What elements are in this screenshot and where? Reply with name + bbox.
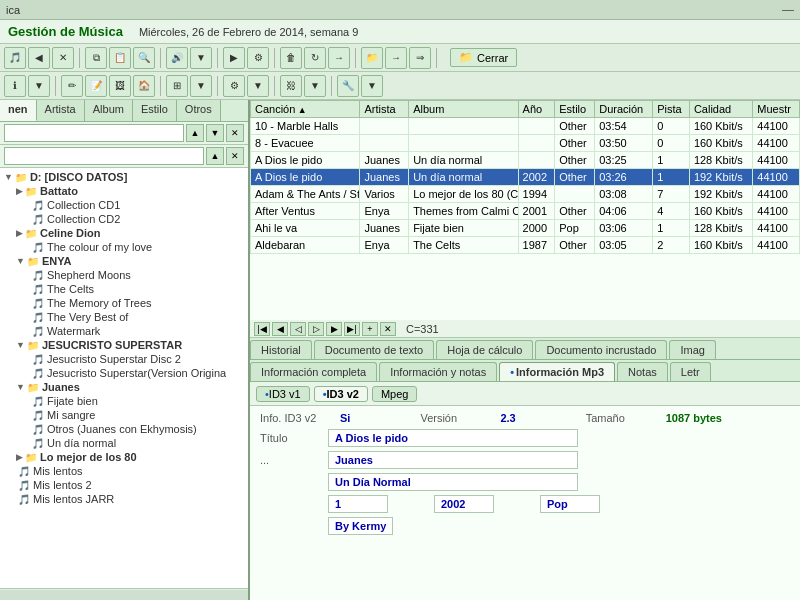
toolbar-btn-cfg[interactable]: ⚙	[223, 75, 245, 97]
tree-item[interactable]: 🎵Mi sangre	[2, 408, 246, 422]
filter-close-btn-2[interactable]: ✕	[226, 147, 244, 165]
toolbar-btn-arr4[interactable]: ▼	[247, 75, 269, 97]
nav-prev2[interactable]: ◁	[290, 322, 306, 336]
tree-item[interactable]: 🎵The Celts	[2, 282, 246, 296]
toolbar-btn-chain[interactable]: ⛓	[280, 75, 302, 97]
tree-item[interactable]: 🎵Watermark	[2, 324, 246, 338]
close-button[interactable]: 📁 Cerrar	[450, 48, 517, 67]
genre-field[interactable]: Pop	[540, 495, 600, 513]
tree-item[interactable]: 🎵The colour of my love	[2, 240, 246, 254]
tree-item[interactable]: 🎵The Memory of Trees	[2, 296, 246, 310]
filter-up-btn-2[interactable]: ▲	[206, 147, 224, 165]
left-scroll[interactable]	[0, 588, 248, 600]
toolbar-btn-arr3[interactable]: ▼	[190, 75, 212, 97]
tree-item[interactable]: ▶📁Battato	[2, 184, 246, 198]
col-header-canción[interactable]: Canción	[251, 101, 360, 118]
left-tab-otros[interactable]: Otros	[177, 100, 221, 121]
table-row[interactable]: 10 - Marble HallsOther03:540160 Kbit/s44…	[251, 118, 800, 135]
toolbar-btn-settings[interactable]: ⚙	[247, 47, 269, 69]
nav-last[interactable]: ▶|	[344, 322, 360, 336]
h-scrollbar[interactable]	[0, 590, 248, 600]
toolbar-btn-arr5[interactable]: ▼	[304, 75, 326, 97]
tree-item[interactable]: ▼📁ENYA	[2, 254, 246, 268]
table-row[interactable]: Ahi le vaJuanesFijate bien2000Pop03:0611…	[251, 220, 800, 237]
table-row[interactable]: AldebaranEnyaThe Celts1987Other03:052160…	[251, 237, 800, 254]
col-header-album[interactable]: Album	[409, 101, 518, 118]
tree-item[interactable]: 🎵Jesucristo Superstar(Version Origina	[2, 366, 246, 380]
song-table-scroll[interactable]: CanciónArtistaAlbumAñoEstiloDuraciónPist…	[250, 100, 800, 320]
tree-item[interactable]: ▼📁D: [DISCO DATOS]	[2, 170, 246, 184]
tree-item[interactable]: 🎵Shepherd Moons	[2, 268, 246, 282]
toolbar-btn-info[interactable]: ℹ	[4, 75, 26, 97]
track-field[interactable]: 1	[328, 495, 388, 513]
tree-item[interactable]: ▼📁Juanes	[2, 380, 246, 394]
tree-item[interactable]: 🎵Fijate bien	[2, 394, 246, 408]
toolbar-btn-arr6[interactable]: ▼	[361, 75, 383, 97]
toolbar-btn-edit[interactable]: ✏	[61, 75, 83, 97]
info-tab-doc-incr[interactable]: Documento incrustado	[535, 340, 667, 359]
toolbar-btn-right[interactable]: →	[328, 47, 350, 69]
info-tab-notas2[interactable]: Notas	[617, 362, 668, 381]
comment-field[interactable]: By Kermy	[328, 517, 393, 535]
toolbar-btn-delete[interactable]: 🗑	[280, 47, 302, 69]
nav-prev[interactable]: ◀	[272, 322, 288, 336]
nav-del[interactable]: ✕	[380, 322, 396, 336]
toolbar-btn-search[interactable]: 🔍	[133, 47, 155, 69]
tree-item[interactable]: 🎵Jesucristo Superstar Disc 2	[2, 352, 246, 366]
filter-input-2[interactable]	[4, 147, 204, 165]
toolbar-btn-grid[interactable]: ⊞	[166, 75, 188, 97]
left-tab-artista[interactable]: Artista	[37, 100, 85, 121]
toolbar-btn-refresh[interactable]: ↻	[304, 47, 326, 69]
info-tab-imag[interactable]: Imag	[669, 340, 715, 359]
table-row[interactable]: Adam & The Ants / Stand and deVariosLo m…	[251, 186, 800, 203]
tree-view[interactable]: ▼📁D: [DISCO DATOS]▶📁Battato 🎵Collection …	[0, 168, 248, 588]
tree-item[interactable]: ▼📁JESUCRISTO SUPERSTAR	[2, 338, 246, 352]
tree-item[interactable]: 🎵Mis lentos 2	[2, 478, 246, 492]
left-tab-estilo[interactable]: Estilo	[133, 100, 177, 121]
tree-item[interactable]: 🎵Collection CD2	[2, 212, 246, 226]
col-header-muestr[interactable]: Muestr	[753, 101, 800, 118]
year-field[interactable]: 2002	[434, 495, 494, 513]
col-header-año[interactable]: Año	[518, 101, 555, 118]
id3-tab-v1[interactable]: •ID3 v1	[256, 386, 310, 402]
nav-next2[interactable]: ▶	[326, 322, 342, 336]
filter-up-btn[interactable]: ▲	[186, 124, 204, 142]
tree-item[interactable]: 🎵Collection CD1	[2, 198, 246, 212]
table-row[interactable]: A Dios le pidoJuanesUn día normal2002Oth…	[251, 169, 800, 186]
filter-down-btn[interactable]: ▼	[206, 124, 224, 142]
info-tab-mp3[interactable]: •Información Mp3	[499, 362, 615, 381]
title-field[interactable]: A Dios le pido	[328, 429, 578, 447]
table-row[interactable]: A Dios le pidoJuanesUn día normalOther03…	[251, 152, 800, 169]
info-tab-notas[interactable]: Información y notas	[379, 362, 497, 381]
tree-item[interactable]: 🎵Mis lentos JARR	[2, 492, 246, 506]
id3-tab-v2[interactable]: •ID3 v2	[314, 386, 368, 402]
toolbar-btn-pencil[interactable]: 📝	[85, 75, 107, 97]
toolbar-btn-audio[interactable]: 🔊	[166, 47, 188, 69]
toolbar-btn-music[interactable]: 🎵	[4, 47, 26, 69]
tree-item[interactable]: 🎵The Very Best of	[2, 310, 246, 324]
col-header-pista[interactable]: Pista	[653, 101, 690, 118]
toolbar-btn-wrench[interactable]: 🔧	[337, 75, 359, 97]
info-tab-letr[interactable]: Letr	[670, 362, 711, 381]
toolbar-btn-paste[interactable]: 📋	[109, 47, 131, 69]
id3-tab-mpeg[interactable]: Mpeg	[372, 386, 418, 402]
nav-add[interactable]: +	[362, 322, 378, 336]
table-row[interactable]: 8 - EvacueeOther03:500160 Kbit/s44100	[251, 135, 800, 152]
toolbar-btn-img[interactable]: 🖼	[109, 75, 131, 97]
tree-item[interactable]: ▶📁Lo mejor de los 80	[2, 450, 246, 464]
info-tab-documento[interactable]: Documento de texto	[314, 340, 434, 359]
col-header-calidad[interactable]: Calidad	[689, 101, 752, 118]
toolbar-btn-folder[interactable]: 📁	[361, 47, 383, 69]
tree-item[interactable]: ▶📁Celine Dion	[2, 226, 246, 240]
tree-item[interactable]: 🎵Un día normal	[2, 436, 246, 450]
album-field[interactable]: Un Día Normal	[328, 473, 578, 491]
info-tab-historial[interactable]: Historial	[250, 340, 312, 359]
nav-next[interactable]: ▷	[308, 322, 324, 336]
col-header-duración[interactable]: Duración	[595, 101, 653, 118]
toolbar-btn-copy[interactable]: ⧉	[85, 47, 107, 69]
left-tab-album[interactable]: Album	[85, 100, 133, 121]
toolbar-btn-close-item[interactable]: ✕	[52, 47, 74, 69]
artist-field[interactable]: Juanes	[328, 451, 578, 469]
toolbar-btn-right2[interactable]: →	[385, 47, 407, 69]
toolbar-btn-arrow2[interactable]: ⇒	[409, 47, 431, 69]
